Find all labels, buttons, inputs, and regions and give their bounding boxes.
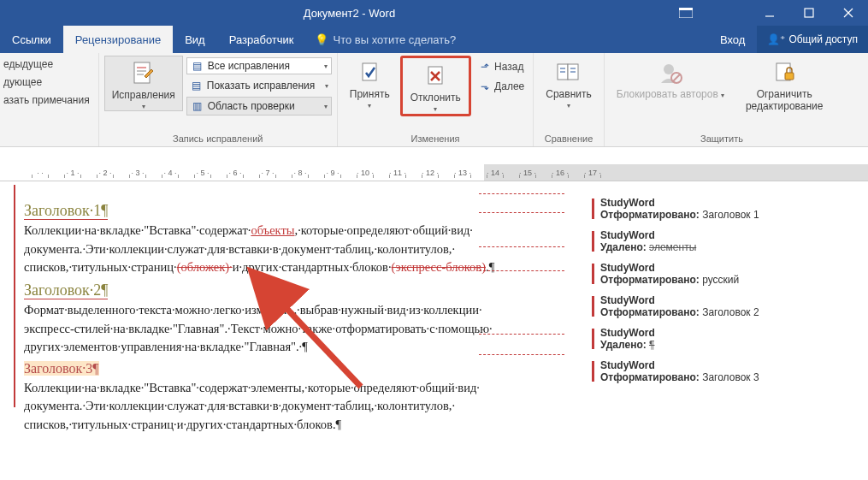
balloon-author: StudyWord xyxy=(600,229,859,241)
pane-icon: ▥ xyxy=(191,99,204,113)
svg-line-22 xyxy=(673,74,680,81)
chevron-down-icon: ▾ xyxy=(721,92,724,99)
group-label-compare: Сравнение xyxy=(539,132,598,146)
balloon-author: StudyWord xyxy=(600,262,859,274)
reject-highlighted: Отклонить ▾ xyxy=(400,56,471,116)
group-comments: едыдущее дующее азать примечания xyxy=(0,53,99,146)
next-change-button[interactable]: ⬎ Далее xyxy=(475,77,528,96)
next-arrow-icon: ⬎ xyxy=(478,80,492,93)
paragraph[interactable]: списков,·титульных·страниц·и·других·стан… xyxy=(24,417,501,434)
prev-comment-button[interactable]: едыдущее xyxy=(0,56,93,73)
balloon-connector xyxy=(479,212,564,213)
balloon-author: StudyWord xyxy=(600,294,859,306)
tab-references[interactable]: Ссылки xyxy=(0,26,63,53)
track-changes-icon xyxy=(130,60,157,87)
show-markup-dropdown[interactable]: ▤ Показать исправления ▾ xyxy=(186,77,332,94)
group-protect: Блокировать авторов ▾ Ограничить редакти… xyxy=(605,53,839,146)
revision-balloon[interactable]: StudyWordОтформатировано: Заголовок 3 xyxy=(592,359,859,383)
ribbon: едыдущее дующее азать примечания Исправл… xyxy=(0,53,868,147)
login-button[interactable]: Вход xyxy=(708,33,757,46)
revision-balloon[interactable]: StudyWordОтформатировано: Заголовок 2 xyxy=(592,294,859,318)
compare-button[interactable]: Сравнить ▾ xyxy=(539,56,598,110)
deleted-text: (экспресс-блоков) xyxy=(392,260,486,274)
show-comments-button[interactable]: азать примечания xyxy=(0,92,93,109)
tab-view[interactable]: Вид xyxy=(173,26,217,53)
display-for-review-dropdown[interactable]: ▤ Все исправления ▾ xyxy=(186,57,332,74)
titlebar: Документ2 - Word xyxy=(0,0,868,26)
chevron-down-icon: ▾ xyxy=(368,102,371,110)
balloon-connector xyxy=(479,246,564,247)
chevron-down-icon: ▾ xyxy=(324,62,328,70)
group-label-changes: Изменения xyxy=(343,132,528,146)
reject-button[interactable]: Отклонить ▾ xyxy=(404,59,468,113)
restrict-editing-button[interactable]: Ограничить редактирование xyxy=(735,56,834,112)
revisions-pane: StudyWordОтформатировано: Заголовок 1Stu… xyxy=(573,181,868,480)
heading-2[interactable]: Заголовок·2¶ xyxy=(24,280,501,300)
lightbulb-icon: 💡 xyxy=(315,33,328,46)
paragraph[interactable]: экспресс-стилей·на·вкладке·"Главная".·Те… xyxy=(24,321,501,338)
ribbon-display-options-icon[interactable] xyxy=(664,0,707,26)
previous-change-button[interactable]: ⬏ Назад xyxy=(475,57,528,76)
deleted-text: (обложек)· xyxy=(177,260,233,274)
heading-3[interactable]: Заголовок·3¶ xyxy=(24,359,501,378)
block-authors-button: Блокировать авторов ▾ xyxy=(610,56,731,100)
page[interactable]: Заголовок·1¶ Коллекции·на·вкладке·"Встав… xyxy=(0,181,573,480)
document-area: Заголовок·1¶ Коллекции·на·вкладке·"Встав… xyxy=(0,181,868,480)
revision-balloon[interactable]: StudyWordОтформатировано: Заголовок 1 xyxy=(592,197,859,221)
svg-rect-3 xyxy=(805,9,813,17)
svg-rect-24 xyxy=(785,73,794,80)
balloon-author: StudyWord xyxy=(600,197,859,209)
balloon-connector xyxy=(479,354,564,355)
group-compare: Сравнить ▾ Сравнение xyxy=(534,53,604,146)
paragraph[interactable]: Коллекции·на·вкладке·"Вставка"·содержат·… xyxy=(24,222,501,240)
window-title: Документ2 - Word xyxy=(34,7,664,20)
chevron-down-icon: ▾ xyxy=(324,103,328,110)
group-tracking: Исправления ▾ ▤ Все исправления ▾ ▤ Пока… xyxy=(99,53,338,146)
block-authors-icon xyxy=(657,59,684,86)
tab-review[interactable]: Рецензирование xyxy=(63,26,173,53)
accept-icon xyxy=(356,59,383,86)
svg-rect-1 xyxy=(679,8,693,10)
revision-balloon[interactable]: StudyWordУдалено: ¶ xyxy=(592,327,859,351)
doc-icon: ▤ xyxy=(191,59,204,73)
paragraph[interactable]: списков,·титульных·страниц·(обложек)·и·д… xyxy=(24,259,501,276)
tab-developer[interactable]: Разработчик xyxy=(217,26,306,53)
chevron-down-icon: ▾ xyxy=(325,82,328,90)
revision-balloon[interactable]: StudyWordУдалено: элементы xyxy=(592,229,859,253)
paragraph[interactable]: документа.·Эти·коллекции·служат·для·вста… xyxy=(24,241,501,258)
balloon-connector xyxy=(479,193,564,194)
change-bar xyxy=(14,185,15,407)
paragraph[interactable]: Коллекции·на·вкладке·"Вставка"·содержат·… xyxy=(24,380,501,397)
minimize-icon[interactable] xyxy=(750,0,789,26)
tell-me-search[interactable]: 💡 Что вы хотите сделать? xyxy=(306,26,465,53)
track-changes-button[interactable]: Исправления ▾ xyxy=(104,56,183,111)
chevron-down-icon: ▾ xyxy=(142,103,145,110)
close-icon[interactable] xyxy=(829,0,868,26)
svg-point-20 xyxy=(664,64,674,74)
compare-icon xyxy=(555,59,582,86)
horizontal-ruler[interactable]: · ·· 1 ·· 2 ·· 3 ·· 4 ·· 5 ·· 6 ·· 7 ·· … xyxy=(0,164,868,181)
restrict-icon xyxy=(771,59,798,86)
next-comment-button[interactable]: дующее xyxy=(0,74,93,91)
heading-1[interactable]: Заголовок·1¶ xyxy=(24,200,501,221)
doc-icon: ▤ xyxy=(190,79,204,92)
paragraph[interactable]: документа.·Эти·коллекции·служат·для·вста… xyxy=(24,398,501,415)
chevron-down-icon: ▾ xyxy=(434,105,437,113)
share-button[interactable]: 👤⁺ Общий доступ xyxy=(757,26,868,53)
svg-rect-10 xyxy=(363,63,376,80)
group-changes: Принять ▾ Отклонить ▾ ⬏ Назад ⬎ Далее Из… xyxy=(338,53,534,146)
paragraph[interactable]: других·элементов·управления·на·вкладке·"… xyxy=(24,339,501,356)
prev-arrow-icon: ⬏ xyxy=(478,60,492,74)
reviewing-pane-dropdown[interactable]: ▥ Область проверки ▾ xyxy=(186,97,332,116)
balloon-author: StudyWord xyxy=(600,359,859,371)
balloon-connector xyxy=(479,270,564,271)
group-label-protect: Защитить xyxy=(610,132,834,146)
ribbon-tabs: Ссылки Рецензирование Вид Разработчик 💡 … xyxy=(0,26,868,53)
revision-balloon[interactable]: StudyWordОтформатировано: русский xyxy=(592,262,859,286)
balloon-connector xyxy=(479,334,564,335)
chevron-down-icon: ▾ xyxy=(567,102,570,110)
balloon-author: StudyWord xyxy=(600,327,859,339)
maximize-icon[interactable] xyxy=(789,0,829,26)
paragraph[interactable]: Формат·выделенного·текста·можно·легко·из… xyxy=(24,302,501,319)
accept-button[interactable]: Принять ▾ xyxy=(343,56,397,110)
